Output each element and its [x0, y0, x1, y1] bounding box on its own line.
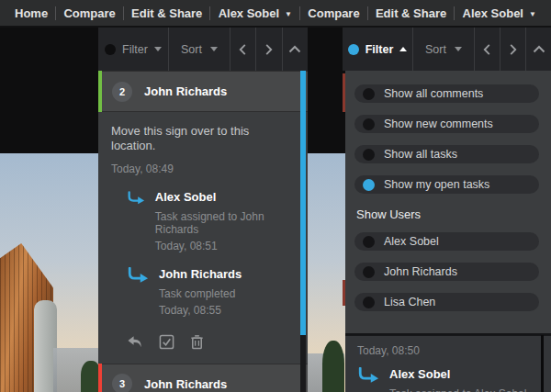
comments-panel-left: Filter Sort: [98, 28, 308, 392]
user-filter-label: John Richards: [384, 265, 457, 278]
radio-dot-icon: [363, 236, 375, 248]
right-toolbar: Filter Sort: [343, 28, 551, 71]
next-comment-button[interactable]: [256, 28, 281, 71]
nav-divider: [367, 6, 368, 20]
chevron-right-icon: [264, 43, 274, 56]
comment-number-badge: 2: [112, 82, 132, 102]
nav-divider: [209, 6, 210, 20]
user-filter-john-richards[interactable]: John Richards: [354, 263, 539, 281]
comment-timestamp: Today, 08:50: [357, 344, 551, 357]
filter-option-show-all-tasks[interactable]: Show all tasks: [354, 145, 539, 163]
caret-up-icon: [399, 47, 407, 51]
filter-option-label: Show all tasks: [384, 148, 457, 161]
comment-list: 2 John Richards Move this sign over to t…: [98, 71, 308, 392]
next-comment-button[interactable]: [500, 28, 525, 71]
sort-label: Sort: [425, 43, 446, 56]
radio-dot-icon: [363, 118, 375, 130]
filter-dropdown: Show all comments Show new comments Show…: [345, 71, 551, 335]
nav-edit-share-right-label: Edit & Share: [376, 6, 446, 20]
reply-detail: Task assigned to Alex Sobel: [389, 387, 526, 392]
reply-item: Alex Sobel Task assigned to Alex Sobel: [357, 367, 551, 392]
filter-option-show-all-comments[interactable]: Show all comments: [354, 84, 539, 103]
reply-timestamp: Today, 08:55: [159, 304, 242, 317]
nav-home[interactable]: Home: [15, 6, 48, 20]
show-users-heading: Show Users: [356, 207, 551, 221]
top-nav: Home Compare Edit & Share Alex Sobel ▼ C…: [0, 0, 551, 28]
radio-dot-icon: [363, 149, 375, 161]
nav-home-label: Home: [15, 6, 48, 20]
reply-author: Alex Sobel: [155, 190, 284, 204]
sort-label: Sort: [181, 43, 202, 56]
scrollbar-thumb[interactable]: [300, 71, 306, 335]
comment-header[interactable]: 3 John Richards: [98, 364, 308, 392]
comment-timestamp: Today, 08:49: [111, 162, 284, 175]
reply-arrow-icon: [357, 367, 379, 383]
reply-detail: Task completed: [159, 287, 242, 300]
user-filter-label: Alex Sobel: [384, 235, 439, 248]
reply-item: Alex Sobel Task assigned to John Richard…: [127, 190, 284, 252]
task-checkbox-button[interactable]: [159, 334, 174, 350]
nav-edit-share-right[interactable]: Edit & Share: [376, 6, 446, 20]
user-filter-lisa-chen[interactable]: Lisa Chen: [354, 293, 539, 311]
reply-content: Alex Sobel Task assigned to Alex Sobel: [389, 367, 526, 392]
comment-text: Move this sign over to this location.: [111, 124, 284, 154]
filter-state-dot-icon: [348, 44, 359, 55]
prev-comment-button[interactable]: [231, 28, 255, 71]
left-toolbar: Filter Sort: [98, 28, 308, 71]
radio-dot-selected-icon: [363, 179, 375, 191]
filter-button-active[interactable]: Filter: [343, 28, 412, 71]
nav-divider: [454, 6, 455, 20]
radio-dot-icon: [363, 297, 375, 308]
filter-button[interactable]: Filter: [98, 28, 168, 71]
nav-compare-left[interactable]: Compare: [63, 6, 115, 20]
collapse-panel-button[interactable]: [283, 28, 308, 71]
scrollbar-track: [541, 335, 544, 392]
reply-detail: Task assigned to John Richards: [155, 210, 284, 236]
comment-author: John Richards: [144, 377, 227, 391]
reply-author: Alex Sobel: [389, 367, 526, 381]
caret-down-icon: [154, 47, 162, 51]
collapse-panel-button[interactable]: [526, 28, 551, 71]
app-window: Home Compare Edit & Share Alex Sobel ▼ C…: [0, 0, 551, 392]
nav-compare-right-label: Compare: [308, 6, 359, 20]
nav-user-menu-left[interactable]: Alex Sobel ▼: [219, 6, 292, 20]
delete-button[interactable]: [189, 334, 205, 350]
radio-dot-icon: [363, 266, 375, 278]
filter-option-label: Show new comments: [384, 118, 493, 130]
nav-divider: [55, 6, 56, 20]
caret-down-icon: ▼: [285, 10, 292, 18]
sort-button[interactable]: Sort: [413, 28, 474, 71]
chevron-left-icon: [482, 43, 492, 56]
reply-content: Alex Sobel Task assigned to John Richard…: [155, 190, 284, 252]
reply-button[interactable]: [126, 334, 144, 350]
chevron-left-icon: [238, 43, 248, 56]
user-filter-alex-sobel[interactable]: Alex Sobel: [354, 232, 539, 251]
chevron-up-icon: [533, 45, 545, 53]
filter-label: Filter: [365, 43, 394, 56]
sort-button[interactable]: Sort: [169, 28, 230, 71]
filter-option-show-my-open-tasks[interactable]: Show my open tasks: [354, 175, 539, 194]
comment-number-badge: 3: [112, 374, 132, 392]
nav-user-right-label: Alex Sobel: [463, 6, 523, 20]
filter-label: Filter: [122, 43, 148, 56]
tree: [322, 341, 344, 392]
prev-comment-button[interactable]: [475, 28, 500, 71]
nav-compare-right[interactable]: Compare: [308, 6, 359, 20]
reply-arrow-icon: [127, 190, 145, 206]
nav-edit-share-left-label: Edit & Share: [131, 6, 202, 20]
comments-panel-right: Filter Sort: [343, 28, 551, 392]
reply-arrow-icon: [127, 267, 149, 283]
radio-dot-icon: [363, 88, 375, 100]
comment-actions: [126, 334, 284, 350]
main-area: Filter Sort: [0, 28, 551, 392]
caret-down-icon: [455, 47, 462, 51]
comment-author: John Richards: [144, 84, 227, 98]
comment-header[interactable]: 2 John Richards: [98, 71, 308, 112]
chevron-up-icon: [288, 45, 301, 53]
nav-user-menu-right[interactable]: Alex Sobel ▼: [463, 6, 536, 20]
filter-option-show-new-comments[interactable]: Show new comments: [354, 115, 539, 133]
nav-edit-share-left[interactable]: Edit & Share: [131, 6, 202, 20]
user-filter-label: Lisa Chen: [384, 296, 435, 308]
reply-content: John Richards Task completed Today, 08:5…: [159, 267, 242, 317]
reply-timestamp: Today, 08:51: [155, 240, 284, 252]
